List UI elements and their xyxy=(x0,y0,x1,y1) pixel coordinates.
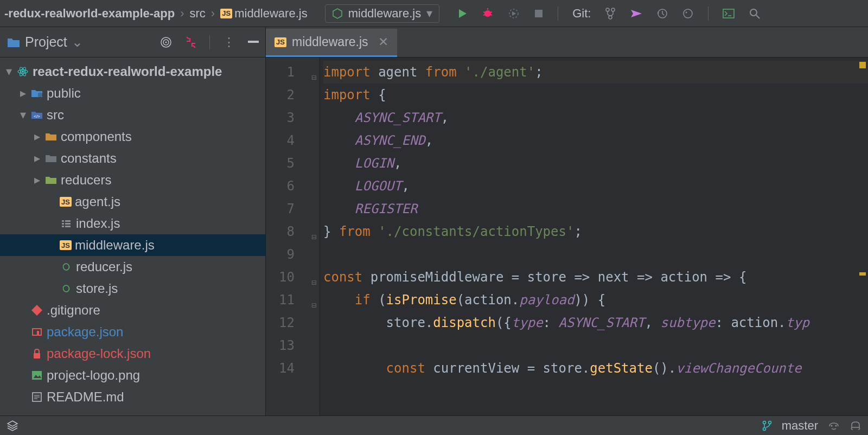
git-branch-name[interactable]: master xyxy=(782,419,818,433)
tree-file-package[interactable]: package.json xyxy=(0,321,265,343)
history-icon[interactable] xyxy=(656,8,668,20)
notifications-icon[interactable] xyxy=(850,420,861,431)
separator xyxy=(558,7,558,21)
tree-label: constants xyxy=(61,151,117,166)
breadcrumb-dir[interactable]: src xyxy=(190,7,206,21)
run-icon[interactable] xyxy=(457,8,468,19)
tree-folder-public[interactable]: ▸ public xyxy=(0,82,265,104)
inspection-marker[interactable] xyxy=(859,62,866,68)
terminal-icon[interactable] xyxy=(723,9,735,18)
line-number[interactable]: 2 xyxy=(266,84,320,106)
project-view-selector[interactable]: Project ⌄ xyxy=(7,34,83,50)
svg-rect-40 xyxy=(31,305,42,316)
svg-rect-43 xyxy=(34,353,40,359)
editor-gutter[interactable]: 1⊟2345678⊟910⊟11⊟121314 xyxy=(266,57,320,415)
code-line[interactable]: LOGIN, xyxy=(323,152,868,175)
stop-icon[interactable] xyxy=(534,9,544,18)
redux-icon xyxy=(60,283,73,294)
line-number[interactable]: 12 xyxy=(266,311,320,334)
line-number[interactable]: 8⊟ xyxy=(266,220,320,243)
tree-file-reducer[interactable]: reducer.js xyxy=(0,256,265,278)
project-tree[interactable]: ▾ react-redux-realworld-example ▸ public… xyxy=(0,57,266,415)
run-configuration-selector[interactable]: middleware.js ▾ xyxy=(325,4,440,23)
scrollmap-mark[interactable] xyxy=(859,272,866,276)
code-line[interactable]: if (isPromise(action.payload)) { xyxy=(323,289,868,311)
tree-file-gitignore[interactable]: .gitignore xyxy=(0,299,265,321)
tree-folder-constants[interactable]: ▸ constants xyxy=(0,148,265,169)
code-line[interactable]: REGISTER xyxy=(323,197,868,220)
entry-file-icon xyxy=(60,219,73,228)
caret-right-icon[interactable]: ▸ xyxy=(18,86,27,100)
git-push-icon[interactable] xyxy=(630,9,642,18)
line-number[interactable]: 5 xyxy=(266,152,320,175)
code-editor[interactable]: 1⊟2345678⊟910⊟11⊟121314 import agent fro… xyxy=(266,57,868,415)
target-icon[interactable] xyxy=(159,36,173,49)
tree-label: components xyxy=(61,129,132,144)
editor-code-area[interactable]: import agent from './agent';import { ASY… xyxy=(320,57,868,415)
breadcrumb[interactable]: -redux-realworld-example-app › src › JS … xyxy=(4,7,308,21)
breadcrumb-project[interactable]: -redux-realworld-example-app xyxy=(4,7,175,21)
tree-folder-components[interactable]: ▸ components xyxy=(0,126,265,148)
code-line[interactable]: ASYNC_START, xyxy=(323,106,868,129)
line-number[interactable]: 11⊟ xyxy=(266,289,320,311)
code-line[interactable]: LOGOUT, xyxy=(323,175,868,197)
caret-right-icon[interactable]: ▸ xyxy=(33,130,41,144)
code-line[interactable]: import { xyxy=(323,84,868,106)
caret-right-icon[interactable]: ▸ xyxy=(33,173,41,187)
folder-icon xyxy=(30,88,43,98)
line-number[interactable]: 14 xyxy=(266,357,320,380)
inspector-icon[interactable] xyxy=(828,420,840,432)
caret-down-icon[interactable]: ▾ xyxy=(18,108,27,122)
code-line[interactable]: const currentView = store.getState().vie… xyxy=(323,357,868,380)
breadcrumb-file[interactable]: middleware.js xyxy=(234,7,308,21)
rollback-icon[interactable] xyxy=(682,8,694,20)
options-icon[interactable]: ⋮ xyxy=(223,35,235,49)
svg-line-20 xyxy=(756,15,760,18)
collapse-icon[interactable] xyxy=(186,37,196,48)
code-line[interactable]: store.dispatch({type: ASYNC_START, subty… xyxy=(323,311,868,334)
editor-tab-middleware[interactable]: JS middleware.js ✕ xyxy=(266,29,397,57)
tree-file-readme[interactable]: README.md xyxy=(0,386,265,408)
tree-file-index[interactable]: index.js xyxy=(0,213,265,234)
line-number[interactable]: 9 xyxy=(266,243,320,266)
line-number[interactable]: 4 xyxy=(266,129,320,152)
tree-label: .gitignore xyxy=(47,303,100,318)
tree-file-middleware[interactable]: JS middleware.js xyxy=(0,234,265,256)
layers-icon[interactable] xyxy=(7,420,18,432)
search-icon[interactable] xyxy=(749,8,761,20)
tree-folder-src[interactable]: ▾ </> src xyxy=(0,104,265,126)
line-number[interactable]: 3 xyxy=(266,106,320,129)
svg-rect-35 xyxy=(62,223,64,225)
tree-file-agent[interactable]: JS agent.js xyxy=(0,191,265,213)
svg-point-54 xyxy=(831,425,833,426)
code-line[interactable] xyxy=(323,243,868,266)
navigation-toolbar: -redux-realworld-example-app › src › JS … xyxy=(0,0,868,27)
tree-file-logo[interactable]: project-logo.png xyxy=(0,364,265,386)
js-file-icon: JS xyxy=(275,37,286,47)
code-line[interactable]: import agent from './agent'; xyxy=(323,61,868,84)
tree-folder-reducers[interactable]: ▸ reducers xyxy=(0,169,265,191)
line-number[interactable]: 6 xyxy=(266,175,320,197)
code-line[interactable] xyxy=(323,334,868,357)
coverage-icon[interactable] xyxy=(508,8,520,20)
tree-label: project-logo.png xyxy=(47,368,140,383)
line-number[interactable]: 7 xyxy=(266,197,320,220)
code-line[interactable]: ASYNC_END, xyxy=(323,129,868,152)
debug-icon[interactable] xyxy=(482,8,494,20)
tree-file-package-lock[interactable]: package-lock.json xyxy=(0,343,265,364)
line-number[interactable]: 13 xyxy=(266,334,320,357)
code-line[interactable]: } from './constants/actionTypes'; xyxy=(323,220,868,243)
tree-file-store[interactable]: store.js xyxy=(0,278,265,299)
hide-icon[interactable] xyxy=(248,41,259,44)
caret-down-icon[interactable]: ▾ xyxy=(4,65,13,79)
code-line[interactable]: const promiseMiddleware = store => next … xyxy=(323,266,868,289)
git-branch-status-icon[interactable] xyxy=(762,420,772,431)
caret-right-icon[interactable]: ▸ xyxy=(33,151,41,165)
close-icon[interactable]: ✕ xyxy=(378,35,388,49)
svg-point-51 xyxy=(763,421,765,424)
js-file-icon: JS xyxy=(60,240,72,250)
line-number[interactable]: 1⊟ xyxy=(266,61,320,84)
tree-root[interactable]: ▾ react-redux-realworld-example xyxy=(0,61,265,82)
line-number[interactable]: 10⊟ xyxy=(266,266,320,289)
git-branch-icon[interactable] xyxy=(605,8,616,20)
